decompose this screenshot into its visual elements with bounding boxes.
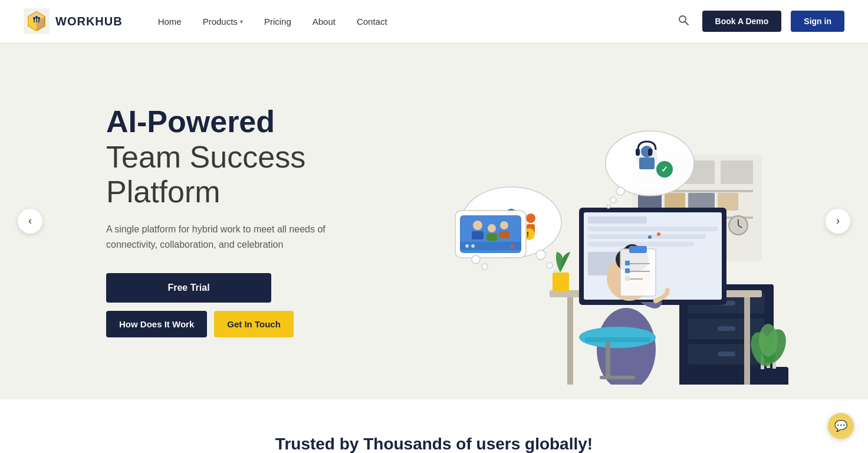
svg-rect-48: [588, 242, 694, 247]
svg-text:✓: ✓: [661, 165, 668, 174]
hero-illustration: ! ✓: [396, 78, 797, 385]
svg-rect-79: [636, 149, 640, 156]
svg-rect-33: [759, 367, 788, 385]
free-trial-button[interactable]: Free Trial: [106, 273, 271, 303]
svg-point-85: [482, 264, 488, 270]
svg-rect-58: [606, 342, 610, 378]
nav-pricing[interactable]: Pricing: [264, 17, 291, 27]
svg-rect-59: [600, 376, 635, 379]
svg-point-61: [536, 250, 545, 260]
hero-secondary-actions: How Does It Work Get In Touch: [106, 311, 354, 337]
svg-rect-104: [625, 276, 630, 281]
trusted-title: Trusted by Thousands of users globally!: [24, 435, 844, 453]
hero-content: AI-Powered Team SuccessPlatform A single…: [106, 104, 354, 338]
svg-rect-105: [553, 273, 569, 291]
svg-rect-90: [486, 234, 497, 241]
svg-rect-102: [625, 261, 630, 265]
header-actions: Book A Demo Sign in: [674, 11, 844, 32]
nav-products[interactable]: Products ▾: [203, 17, 243, 27]
svg-point-68: [526, 214, 535, 223]
hero-section: ‹ AI-Powered Team SuccessPlatform A sing…: [0, 42, 868, 399]
svg-point-6: [35, 16, 38, 18]
svg-point-73: [616, 187, 624, 195]
svg-point-50: [648, 235, 652, 239]
svg-text:!: !: [527, 231, 529, 239]
svg-rect-16: [721, 160, 753, 184]
logo-icon: [24, 8, 50, 34]
trusted-section: Trusted by Thousands of users globally! …: [0, 399, 868, 453]
header: WORKHUB Home Products ▾ Pricing About Co…: [0, 0, 868, 42]
signin-button[interactable]: Sign in: [791, 11, 844, 32]
svg-point-91: [500, 221, 508, 229]
svg-point-87: [473, 221, 482, 230]
svg-point-95: [471, 244, 475, 248]
nav-about[interactable]: About: [313, 17, 336, 27]
chat-widget[interactable]: 💬: [828, 413, 854, 439]
nav-contact[interactable]: Contact: [357, 17, 387, 27]
svg-rect-98: [629, 246, 647, 253]
svg-rect-78: [639, 157, 655, 169]
logo-text: WORKHUB: [55, 15, 123, 28]
svg-point-5: [33, 17, 35, 19]
svg-line-12: [685, 21, 688, 25]
hero-title: AI-Powered Team SuccessPlatform: [106, 104, 354, 210]
svg-point-74: [610, 197, 616, 203]
svg-rect-42: [744, 297, 750, 385]
logo[interactable]: WORKHUB: [24, 8, 123, 34]
svg-rect-80: [648, 149, 652, 156]
svg-point-96: [511, 244, 514, 248]
svg-point-39: [759, 324, 778, 357]
svg-rect-45: [588, 216, 647, 224]
svg-point-51: [657, 232, 660, 236]
carousel-next-button[interactable]: ›: [826, 209, 850, 234]
svg-rect-46: [588, 226, 718, 231]
search-icon: [678, 14, 689, 26]
svg-point-62: [547, 262, 553, 268]
svg-point-75: [607, 205, 610, 208]
get-in-touch-button[interactable]: Get In Touch: [214, 311, 294, 337]
hero-description: A single platform for hybrid work to mee…: [106, 222, 354, 252]
svg-rect-41: [567, 297, 573, 385]
svg-point-89: [488, 224, 496, 232]
book-demo-button[interactable]: Book A Demo: [702, 11, 782, 32]
svg-rect-92: [499, 231, 509, 238]
svg-rect-32: [718, 352, 735, 356]
how-it-works-button[interactable]: How Does It Work: [106, 311, 207, 337]
svg-rect-57: [585, 337, 650, 342]
search-button[interactable]: [674, 11, 693, 32]
nav-home[interactable]: Home: [158, 17, 182, 27]
svg-rect-47: [588, 234, 706, 239]
svg-rect-103: [625, 268, 630, 273]
main-nav: Home Products ▾ Pricing About Contact: [158, 17, 674, 27]
svg-point-94: [465, 244, 469, 248]
svg-point-7: [38, 17, 40, 19]
svg-rect-30: [718, 326, 735, 331]
svg-point-84: [472, 255, 480, 264]
products-chevron-icon: ▾: [240, 18, 243, 25]
chat-icon: 💬: [834, 419, 847, 432]
carousel-prev-button[interactable]: ‹: [18, 209, 42, 234]
svg-rect-88: [472, 231, 484, 239]
